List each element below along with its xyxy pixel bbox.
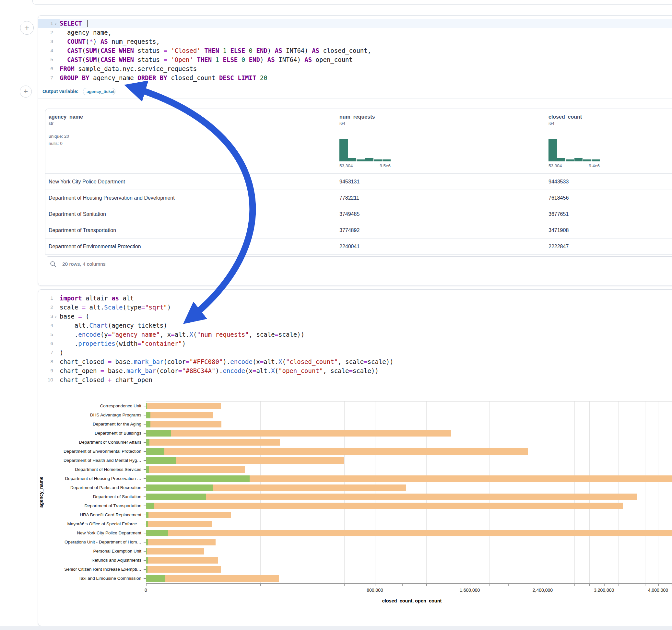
x-axis-tick xyxy=(543,584,543,586)
x-axis-tick xyxy=(344,584,345,586)
code-text: .properties(width="container") xyxy=(59,339,672,348)
histogram-bin xyxy=(592,160,600,162)
code-line[interactable]: 5 CAST(SUM(CASE WHEN status = 'Open' THE… xyxy=(38,55,672,64)
line-number: 6 xyxy=(38,64,59,73)
y-axis-tick xyxy=(144,533,146,533)
column-stats: unique: 20nulls: 0 xyxy=(49,133,83,147)
code-text: FROM sample_data.nyc.service_requests xyxy=(59,64,672,73)
column-name: num_requests xyxy=(339,114,375,120)
fold-chevron-icon[interactable]: v xyxy=(53,19,58,28)
x-axis-tick xyxy=(260,584,261,586)
code-line[interactable]: 9chart_open = base.mark_bar(color="#8BC3… xyxy=(38,366,672,375)
y-axis-label: Department of Buildings xyxy=(38,431,141,436)
code-line[interactable]: 4 alt.Chart(agency_tickets) xyxy=(38,321,672,330)
table-cell: 3774892 xyxy=(339,222,360,238)
y-axis-label: Department of Sanitation xyxy=(38,494,141,499)
code-line[interactable]: 3 COUNT(*) AS num_requests, xyxy=(38,37,672,46)
code-line[interactable]: 8chart_closed = base.mark_bar(color="#FF… xyxy=(38,357,672,366)
histogram-bin xyxy=(549,139,557,162)
code-text: chart_open = base.mark_bar(color="#8BC34… xyxy=(59,366,672,375)
table-row[interactable]: Department of Housing Preservation and D… xyxy=(45,190,672,206)
code-line[interactable]: 2scale = alt.Scale(type="sqrt") xyxy=(38,303,672,312)
gridline xyxy=(260,402,261,583)
line-number: 1 xyxy=(38,294,59,303)
y-axis-tick xyxy=(144,451,146,452)
table-row[interactable]: New York City Police Department945313194… xyxy=(45,174,672,190)
y-axis-label: Department of Transportation xyxy=(38,504,141,508)
column-header[interactable]: num_requestsi64 xyxy=(339,114,375,126)
x-axis-label: 800,000 xyxy=(356,587,394,593)
y-axis-label: Operations Unit - Department of Hom… xyxy=(38,540,141,544)
table-cell: 3471908 xyxy=(549,222,569,238)
table-row[interactable]: Department of Sanitation37494853677651 xyxy=(45,206,672,222)
result-table-rows: New York City Police Department945313194… xyxy=(45,174,672,255)
column-type: i64 xyxy=(549,121,582,126)
code-line[interactable]: 3vbase = ( xyxy=(38,312,672,321)
open_count-bar xyxy=(146,466,149,473)
code-line[interactable]: 6 .properties(width="container") xyxy=(38,339,672,348)
code-text: GROUP BY agency_name ORDER BY closed_cou… xyxy=(59,73,672,82)
search-icon[interactable] xyxy=(50,261,57,268)
bar-chart: Correspondence UnitDHS Advantage Program… xyxy=(38,401,672,615)
code-line[interactable]: 4 CAST(SUM(CASE WHEN status = 'Closed' T… xyxy=(38,46,672,55)
fold-chevron-icon[interactable]: v xyxy=(53,312,58,321)
histogram-bin xyxy=(357,160,365,162)
closed_count-bar xyxy=(146,521,212,527)
y-axis-tick xyxy=(144,424,146,425)
code-line[interactable]: 10chart_closed + chart_open xyxy=(38,375,672,384)
open_count-bar xyxy=(146,521,148,527)
code-line[interactable]: 2 agency_name, xyxy=(38,28,672,37)
closed_count-bar xyxy=(146,566,221,573)
x-axis-tick xyxy=(489,584,490,586)
add-cell-button[interactable]: + xyxy=(20,86,32,98)
code-text: import altair as alt xyxy=(59,294,672,303)
column-header[interactable]: closed_counti64 xyxy=(549,114,582,126)
code-line[interactable]: 7) xyxy=(38,348,672,357)
histogram-bin xyxy=(583,160,591,162)
table-row[interactable]: Department of Transportation377489234719… xyxy=(45,222,672,239)
table-cell: 7618456 xyxy=(549,190,569,206)
code-text: COUNT(*) AS num_requests, xyxy=(59,37,672,46)
y-axis-label: Department of Parks and Recreation xyxy=(38,485,141,490)
table-cell: 2240041 xyxy=(339,239,360,255)
sql-code-editor[interactable]: 1vSELECT 2 agency_name,3 COUNT(*) AS num… xyxy=(38,19,672,82)
code-line[interactable]: 5 .encode(y="agency_name", x=alt.X("num_… xyxy=(38,330,672,339)
gridline xyxy=(589,402,590,583)
python-code-editor[interactable]: 1import altair as alt2scale = alt.Scale(… xyxy=(38,294,672,384)
output-variable-pill[interactable]: agency_tickets xyxy=(83,88,115,95)
page-bottom-strip xyxy=(0,626,672,630)
chart-y-axis-title: agency_name xyxy=(39,392,44,593)
gridline xyxy=(449,402,449,583)
y-axis-tick xyxy=(144,524,146,524)
add-cell-button[interactable]: + xyxy=(20,21,34,35)
x-axis-tick xyxy=(671,584,671,586)
y-axis-tick xyxy=(144,478,146,479)
gridline xyxy=(632,402,632,583)
histogram-bin xyxy=(374,160,382,162)
x-axis-tick xyxy=(589,584,590,586)
code-text: SELECT xyxy=(59,19,672,28)
open_count-bar xyxy=(146,503,154,509)
x-axis-line xyxy=(146,583,672,584)
code-line[interactable]: 6FROM sample_data.nyc.service_requests xyxy=(38,64,672,73)
histogram-bin xyxy=(365,158,374,162)
y-axis-label: Taxi and Limousine Commission xyxy=(38,576,141,581)
table-row[interactable]: Department of Environmental Protection22… xyxy=(45,239,672,255)
python-cell: 1import altair as alt2scale = alt.Scale(… xyxy=(38,289,672,626)
x-axis-tick xyxy=(508,584,509,586)
output-variable-label: Output variable: xyxy=(43,89,78,94)
code-line[interactable]: 1vSELECT xyxy=(38,19,672,28)
code-line[interactable]: 7GROUP BY agency_name ORDER BY closed_co… xyxy=(38,73,672,82)
y-axis-tick xyxy=(144,542,146,542)
code-text: CAST(SUM(CASE WHEN status = 'Closed' THE… xyxy=(59,46,672,55)
gridline xyxy=(426,402,427,583)
column-header[interactable]: agency_namestrunique: 20nulls: 0 xyxy=(49,114,83,147)
open_count-bar xyxy=(146,439,149,445)
line-number: 3v xyxy=(38,312,59,321)
x-axis-label: 1,600,000 xyxy=(450,587,489,593)
code-line[interactable]: 1import altair as alt xyxy=(38,294,672,303)
previous-cell-partial xyxy=(32,0,672,4)
y-axis-tick xyxy=(144,578,146,579)
gridline xyxy=(508,402,508,583)
closed_count-bar xyxy=(146,457,344,464)
